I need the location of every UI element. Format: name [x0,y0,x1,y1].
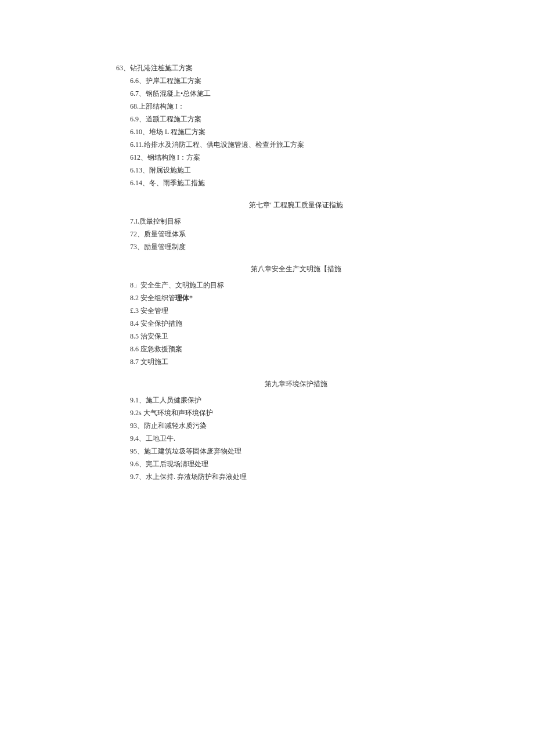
toc-item: 8.7 文明施工 [116,355,476,368]
toc-item-suffix: * [189,294,193,302]
toc-item: 9.4、工地卫牛. [116,432,476,445]
toc-item: 6.6、护岸工程施工方案 [116,74,476,87]
toc-item: 8.5 治安保卫 [116,330,476,343]
toc-item: 612、钢结构施 I：方案 [116,151,476,164]
toc-item: 95、施工建筑垃圾等固体废弃物处理 [116,445,476,458]
chapter-9-title: 第九章环境保护措施 [116,377,476,390]
toc-item: 68.上部结构施 I： [116,100,476,113]
toc-item: 72、质量管理体系 [116,228,476,240]
toc-item: 93、防止和减轻水质污染 [116,419,476,432]
toc-item: 9.1、施工人员健廉保护 [116,394,476,406]
toc-item: 8.6 应急救援预案 [116,343,476,355]
toc-item: 7.I.质最控制目标 [116,215,476,228]
toc-item: 6.10、堆场 L 程施匚方案 [116,125,476,138]
toc-item: 6.11.给排水及消防工程、供电设施管逍、检查并旅工方案 [116,138,476,151]
toc-item: 6.13、附属设施施工 [116,164,476,177]
toc-item: 9.2s 大气环境和声环境保护 [116,406,476,419]
toc-item: 9.7、水上保持. 弃渣场防护和弃液处理 [116,470,476,483]
chapter-7-title: 第七章' 工程腕工质量保证指施 [116,199,476,211]
chapter-8-items: 8」安全生产、文明施工的目标 8.2 安全组织管理体* £.3 安全管理 8.4… [116,279,476,368]
toc-item: 6.9、道踬工程施工方案 [116,113,476,125]
toc-item: 8」安全生产、文明施工的目标 [116,279,476,291]
toc-item: £.3 安全管理 [116,304,476,317]
chapter-8-title: 第八章安全生产文明施【措施 [116,262,476,275]
toc-item: 9.6、完工后现场淸理处理 [116,458,476,470]
toc-item-prefix: 8.2 安全组织管 [130,294,175,302]
chapter-6-items: 63、钻孔港注桩施工方案 6.6、护岸工程施工方案 6.7、钢筋混凝上•总体施工… [116,62,476,189]
toc-item: 73、励量管理制度 [116,240,476,253]
toc-item: 63、钻孔港注桩施工方案 [116,62,476,74]
toc-item: 6.7、钢筋混凝上•总体施工 [116,87,476,100]
toc-item: 6.14、冬、雨季施工措施 [116,177,476,189]
chapter-9-items: 9.1、施工人员健廉保护 9.2s 大气环境和声环境保护 93、防止和减轻水质污… [116,394,476,483]
toc-item: 8.2 安全组织管理体* [116,291,476,304]
toc-item: 8.4 安全保护措施 [116,317,476,330]
chapter-7-items: 7.I.质最控制目标 72、质量管理体系 73、励量管理制度 [116,215,476,253]
toc-item-bold: 理体 [175,294,189,302]
